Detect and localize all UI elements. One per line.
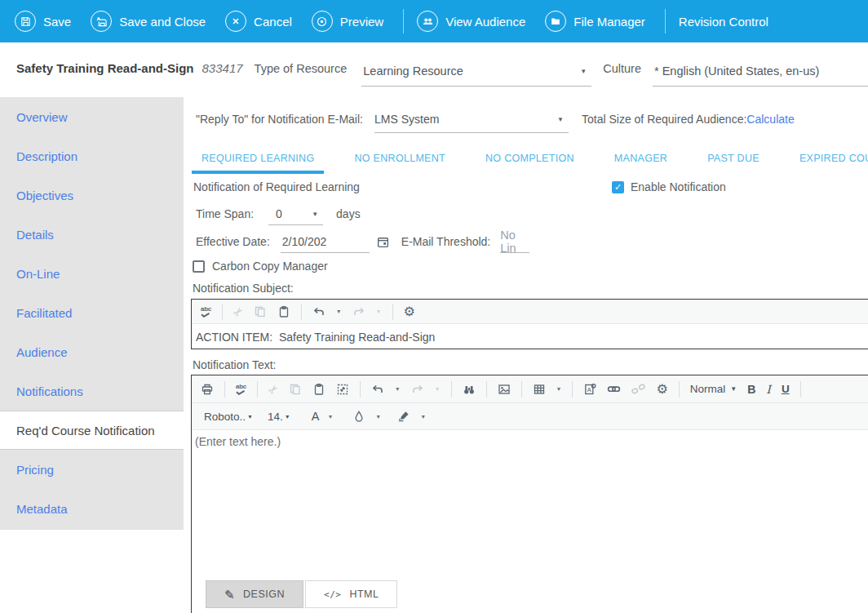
image-icon[interactable] — [498, 383, 511, 396]
template-icon[interactable]: A — [583, 383, 596, 396]
paste-icon[interactable] — [312, 383, 326, 396]
spellcheck-icon[interactable]: abc — [236, 384, 246, 395]
settings-icon[interactable]: ⚙ — [404, 305, 415, 318]
sidebar-item-online[interactable]: On-Line — [0, 254, 184, 293]
link-icon[interactable] — [607, 382, 621, 396]
toolbar-separator — [486, 381, 487, 398]
sidebar-item-reqd-course-notification[interactable]: Req'd Course Notification — [0, 411, 184, 450]
sidebar-item-label: Overview — [16, 110, 68, 124]
sidebar-item-overview[interactable]: Overview — [0, 97, 184, 136]
sidebar-item-facilitated[interactable]: Facilitated — [0, 293, 184, 332]
sidebar-item-details[interactable]: Details — [0, 215, 184, 254]
table-dropdown-icon[interactable]: ▼ — [556, 386, 562, 392]
tab-no-completion[interactable]: NO COMPLETION — [476, 143, 584, 174]
reply-to-select[interactable]: LMS System ▼ — [374, 105, 569, 133]
settings-icon[interactable]: ⚙ — [656, 383, 667, 396]
font-color-button[interactable]: A▼ — [312, 410, 334, 423]
sidebar-item-description[interactable]: Description — [0, 136, 184, 175]
tab-label: PAST DUE — [707, 153, 760, 164]
chevron-down-icon[interactable]: ▼ — [375, 414, 381, 420]
print-icon[interactable] — [201, 383, 214, 396]
copy-icon[interactable] — [254, 305, 267, 318]
preview-label: Preview — [340, 15, 383, 29]
tab-required-learning[interactable]: REQUIRED LEARNING — [192, 143, 324, 174]
toolbar-separator — [572, 381, 573, 398]
email-threshold-input[interactable]: No Lin — [500, 230, 529, 253]
preview-button[interactable]: Preview — [312, 11, 383, 32]
type-of-resource-label: Type of Resource — [255, 62, 348, 75]
redo-icon[interactable] — [411, 383, 424, 396]
toolbar-separator — [222, 304, 223, 320]
main-content: "Reply To" for Notification E-Mail: LMS … — [184, 94, 868, 613]
culture-select[interactable]: * English (United States, en-us) — [653, 57, 868, 87]
chevron-down-icon: ▼ — [285, 414, 290, 420]
design-mode-tab[interactable]: ✎ DESIGN — [206, 580, 303, 608]
undo-icon[interactable] — [312, 305, 326, 318]
find-icon[interactable] — [463, 383, 476, 396]
tab-expired-course[interactable]: EXPIRED COURSE — [790, 143, 868, 174]
undo-icon[interactable] — [371, 383, 384, 396]
sidebar-item-objectives[interactable]: Objectives — [0, 175, 184, 215]
paste-icon[interactable] — [277, 305, 290, 318]
file-manager-icon — [545, 11, 566, 32]
enable-notification-checkbox[interactable]: ✓ — [612, 181, 624, 193]
type-of-resource-select[interactable]: Learning Resource ▼ — [361, 57, 591, 87]
paragraph-style-dropdown[interactable]: Normal▼ — [690, 383, 737, 395]
revision-control-button[interactable]: Revision Control — [679, 15, 768, 29]
html-mode-label: HTML — [349, 589, 379, 600]
font-color-a: A — [312, 410, 320, 423]
chevron-down-icon: ▼ — [580, 68, 587, 75]
calendar-icon[interactable] — [376, 235, 390, 249]
time-span-select[interactable]: 0 ▼ — [268, 202, 323, 225]
tab-no-enrollment[interactable]: NO ENROLLMENT — [344, 143, 455, 174]
time-span-unit: days — [336, 207, 361, 220]
cut-icon[interactable]: ✂ — [266, 381, 281, 396]
save-button[interactable]: Save — [15, 11, 71, 32]
course-id: 833417 — [202, 61, 243, 75]
tab-past-due[interactable]: PAST DUE — [698, 143, 769, 174]
effective-date-input[interactable]: 2/10/202 — [281, 230, 370, 253]
sidebar-item-label: Objectives — [16, 189, 73, 202]
notification-text-label: Notification Text: — [193, 358, 276, 371]
tab-manager[interactable]: MANAGER — [604, 143, 677, 174]
format-painter-icon[interactable] — [397, 410, 410, 423]
editor-mode-tabs: ✎ DESIGN </> HTML — [206, 580, 397, 608]
bold-button[interactable]: B — [747, 383, 755, 396]
redo-dropdown-icon[interactable]: ▼ — [435, 386, 441, 392]
view-audience-button[interactable]: View Audience — [417, 11, 525, 32]
sidebar-item-metadata[interactable]: Metadata — [0, 489, 184, 528]
subject-input[interactable]: ACTION ITEM: Safety Training Read-and-Si… — [192, 324, 868, 349]
pencil-icon: ✎ — [224, 589, 235, 601]
body-input[interactable]: (Enter text here.) ✎ DESIGN </> HTML — [192, 430, 868, 613]
sidebar-item-audience[interactable]: Audience — [0, 332, 184, 371]
highlight-color-icon[interactable] — [352, 410, 365, 423]
effective-date-row: Effective Date: 2/10/202 E-Mail Threshol… — [196, 230, 529, 253]
cut-icon[interactable]: ✂ — [231, 304, 246, 318]
sidebar-item-label: On-Line — [16, 267, 60, 281]
cancel-button[interactable]: Cancel — [225, 11, 292, 32]
chevron-down-icon[interactable]: ▼ — [420, 414, 426, 420]
sidebar-item-notifications[interactable]: Notifications — [0, 371, 184, 411]
tab-label: NO COMPLETION — [485, 153, 574, 164]
undo-dropdown-icon[interactable]: ▼ — [395, 386, 401, 392]
underline-button[interactable]: U — [782, 383, 790, 395]
html-mode-tab[interactable]: </> HTML — [305, 580, 397, 608]
calculate-link[interactable]: Calculate — [746, 113, 794, 126]
sidebar-item-pricing[interactable]: Pricing — [0, 450, 184, 489]
table-icon[interactable] — [533, 383, 546, 396]
font-family-dropdown[interactable]: Roboto..▼ — [204, 411, 253, 423]
select-all-icon[interactable] — [336, 383, 349, 396]
cancel-icon — [225, 11, 246, 32]
file-manager-button[interactable]: File Manager — [545, 11, 645, 32]
spellcheck-icon[interactable]: abc — [201, 306, 211, 318]
redo-icon[interactable] — [352, 305, 365, 318]
carbon-copy-checkbox[interactable] — [193, 260, 205, 273]
undo-dropdown-icon[interactable]: ▼ — [336, 309, 342, 314]
copy-icon[interactable] — [289, 383, 302, 396]
redo-dropdown-icon[interactable]: ▼ — [376, 309, 382, 314]
font-size-dropdown[interactable]: 14.▼ — [268, 411, 290, 423]
toolbar-separator — [451, 381, 452, 398]
unlink-icon[interactable] — [631, 382, 645, 396]
italic-button[interactable]: I — [766, 383, 771, 396]
save-and-close-button[interactable]: Save and Close — [91, 11, 206, 32]
